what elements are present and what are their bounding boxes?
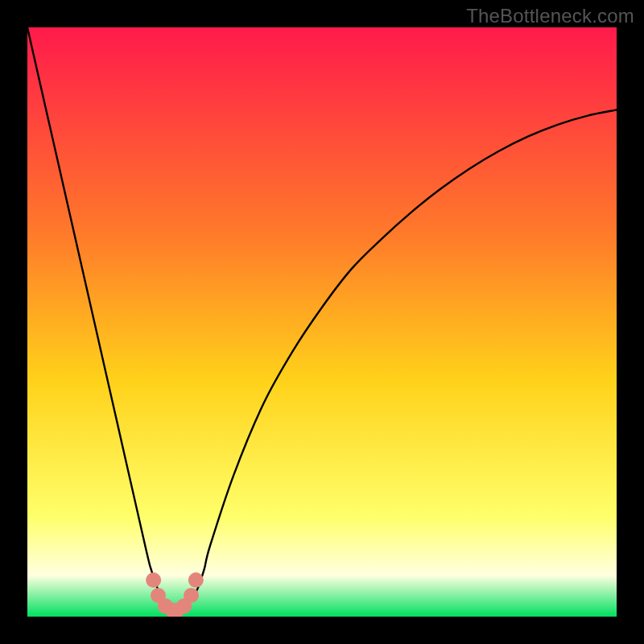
marker-point — [146, 572, 161, 588]
marker-point — [184, 588, 199, 603]
chart-container: TheBottleneck.com — [0, 0, 644, 644]
gradient-background — [27, 27, 617, 617]
marker-point — [188, 572, 204, 588]
watermark-text: TheBottleneck.com — [466, 5, 634, 27]
plot-area — [27, 27, 617, 617]
chart-svg — [27, 27, 617, 617]
